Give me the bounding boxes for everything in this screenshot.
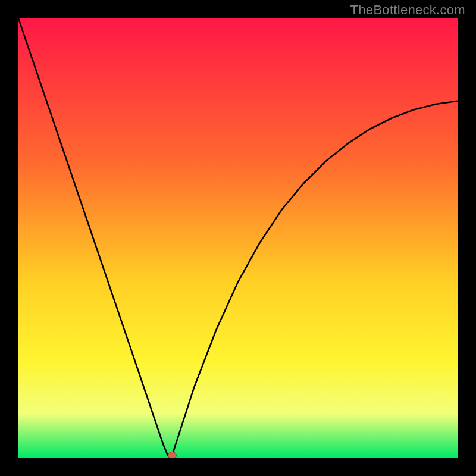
optimal-point-marker: [168, 452, 176, 458]
plot-area: [18, 18, 458, 458]
chart-svg: [18, 18, 458, 458]
gradient-background: [18, 18, 458, 458]
watermark-text: TheBottleneck.com: [350, 2, 465, 18]
chart-frame: TheBottleneck.com: [0, 0, 476, 476]
